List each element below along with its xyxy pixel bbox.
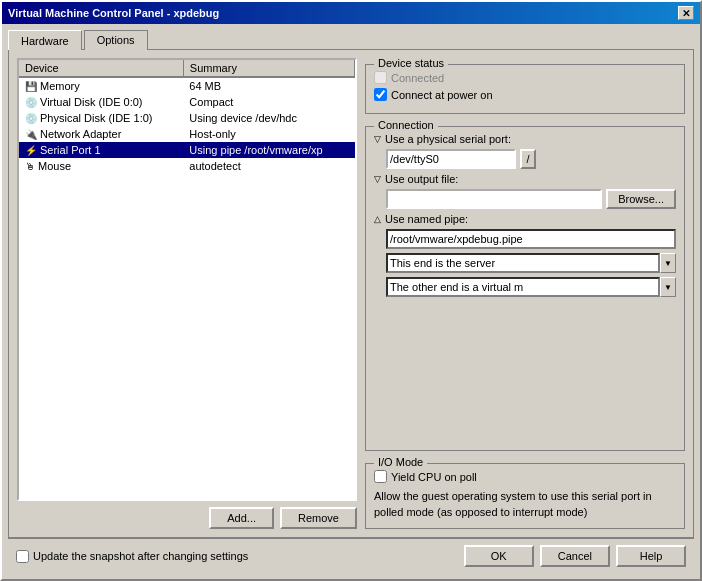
physical-triangle[interactable]: ▽ [374, 134, 381, 144]
yield-row: Yield CPU on poll [374, 470, 676, 483]
summary-cell: Compact [183, 94, 354, 110]
device-cell: 🔌Network Adapter [19, 126, 183, 142]
table-row[interactable]: 💿Virtual Disk (IDE 0:0)Compact [19, 94, 355, 110]
remove-button[interactable]: Remove [280, 507, 357, 529]
server-dropdown: ▼ [386, 253, 676, 273]
col-device: Device [19, 60, 183, 77]
pipe-section-row: △ Use named pipe: [374, 213, 676, 225]
pipe-server-row: ▼ [374, 253, 676, 273]
virtual-dropdown-btn[interactable]: ▼ [660, 277, 676, 297]
virtual-input[interactable] [386, 277, 660, 297]
physical-section-row: ▽ Use a physical serial port: [374, 133, 676, 145]
connect-power-row: Connect at power on [374, 88, 676, 101]
window-title: Virtual Machine Control Panel - xpdebug [8, 7, 219, 19]
title-bar: Virtual Machine Control Panel - xpdebug … [2, 2, 700, 24]
device-cell: ⚡Serial Port 1 [19, 142, 183, 158]
summary-cell: Using device /dev/hdc [183, 110, 354, 126]
server-dropdown-btn[interactable]: ▼ [660, 253, 676, 273]
device-buttons-row: Add... Remove [17, 507, 357, 529]
table-row[interactable]: 🔌Network AdapterHost-only [19, 126, 355, 142]
table-row[interactable]: 🖱Mouseautodetect [19, 158, 355, 174]
tab-options[interactable]: Options [84, 30, 148, 50]
summary-cell: autodetect [183, 158, 354, 174]
pipe-input[interactable] [386, 229, 676, 249]
main-window: Virtual Machine Control Panel - xpdebug … [0, 0, 702, 581]
output-input[interactable] [386, 189, 602, 209]
pipe-label: Use named pipe: [385, 213, 468, 225]
cancel-button[interactable]: Cancel [540, 545, 610, 567]
connected-row: Connected [374, 71, 676, 84]
connect-power-label: Connect at power on [391, 89, 493, 101]
window-body: Hardware Options Device Summary [2, 24, 700, 579]
table-row[interactable]: 💾Memory64 MB [19, 77, 355, 94]
pipe-name-row [374, 229, 676, 249]
tabs-bar: Hardware Options [8, 30, 694, 50]
physical-arrow-btn[interactable]: / [520, 149, 536, 169]
io-description: Allow the guest operating system to use … [374, 489, 676, 520]
connect-power-checkbox[interactable] [374, 88, 387, 101]
connected-checkbox[interactable] [374, 71, 387, 84]
browse-button[interactable]: Browse... [606, 189, 676, 209]
connected-label: Connected [391, 72, 444, 84]
tab-hardware[interactable]: Hardware [8, 30, 82, 50]
device-cell: 💾Memory [19, 77, 183, 94]
device-cell: 💿Virtual Disk (IDE 0:0) [19, 94, 183, 110]
output-section-row: ▽ Use output file: [374, 173, 676, 185]
right-panel: Device status Connected Connect at power… [365, 58, 685, 529]
help-button[interactable]: Help [616, 545, 686, 567]
device-cell: 💿Physical Disk (IDE 1:0) [19, 110, 183, 126]
table-row[interactable]: ⚡Serial Port 1Using pipe /root/vmware/xp [19, 142, 355, 158]
snapshot-label: Update the snapshot after changing setti… [33, 550, 248, 562]
bottom-bar: Update the snapshot after changing setti… [8, 538, 694, 573]
summary-cell: 64 MB [183, 77, 354, 94]
output-input-row: Browse... [374, 189, 676, 209]
io-mode-group: I/O Mode Yield CPU on poll Allow the gue… [365, 463, 685, 529]
ok-button[interactable]: OK [464, 545, 534, 567]
col-summary: Summary [183, 60, 354, 77]
device-status-group: Device status Connected Connect at power… [365, 64, 685, 114]
device-list[interactable]: Device Summary 💾Memory64 MB💿Virtual Disk… [17, 58, 357, 501]
left-panel: Device Summary 💾Memory64 MB💿Virtual Disk… [17, 58, 357, 529]
summary-cell: Using pipe /root/vmware/xp [183, 142, 354, 158]
physical-input-row: / [374, 149, 676, 169]
pipe-virtual-row: ▼ [374, 277, 676, 297]
physical-label: Use a physical serial port: [385, 133, 511, 145]
device-cell: 🖱Mouse [19, 158, 183, 174]
connection-title: Connection [374, 119, 438, 131]
bottom-buttons: OK Cancel Help [464, 545, 686, 567]
virtual-dropdown: ▼ [386, 277, 676, 297]
snapshot-row: Update the snapshot after changing setti… [16, 550, 248, 563]
close-button[interactable]: ✕ [678, 6, 694, 20]
pipe-triangle[interactable]: △ [374, 214, 381, 224]
physical-input[interactable] [386, 149, 516, 169]
snapshot-checkbox[interactable] [16, 550, 29, 563]
table-row[interactable]: 💿Physical Disk (IDE 1:0)Using device /de… [19, 110, 355, 126]
summary-cell: Host-only [183, 126, 354, 142]
connection-group: Connection ▽ Use a physical serial port:… [365, 126, 685, 451]
yield-label: Yield CPU on poll [391, 471, 477, 483]
output-triangle[interactable]: ▽ [374, 174, 381, 184]
output-label: Use output file: [385, 173, 458, 185]
add-button[interactable]: Add... [209, 507, 274, 529]
io-mode-title: I/O Mode [374, 456, 427, 468]
device-status-title: Device status [374, 57, 448, 69]
server-input[interactable] [386, 253, 660, 273]
yield-checkbox[interactable] [374, 470, 387, 483]
tab-content: Device Summary 💾Memory64 MB💿Virtual Disk… [8, 49, 694, 538]
